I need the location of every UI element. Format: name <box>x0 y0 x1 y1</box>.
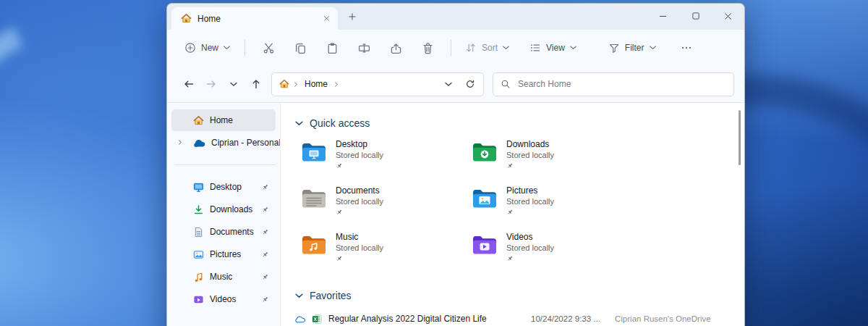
item-name: Pictures <box>506 185 554 196</box>
address-dropdown-button[interactable] <box>440 75 457 93</box>
recent-locations-button[interactable] <box>222 73 244 96</box>
onedrive-cloud-icon <box>193 139 205 147</box>
sidebar-item-label: Ciprian - Personal <box>211 138 281 148</box>
sidebar-divider <box>174 164 276 165</box>
vertical-scrollbar[interactable] <box>739 110 741 165</box>
chevron-right-icon <box>294 81 298 88</box>
sidebar-item-pictures[interactable]: Pictures <box>171 243 276 265</box>
chevron-down-icon[interactable] <box>295 293 303 298</box>
pin-icon <box>506 255 554 262</box>
new-button[interactable]: New <box>177 37 237 59</box>
view-button[interactable]: View <box>523 37 583 59</box>
favorites-header[interactable]: Favorites <box>295 288 744 303</box>
forward-arrow-icon <box>205 78 217 90</box>
filter-button[interactable]: Filter <box>602 37 663 59</box>
address-bar[interactable]: Home <box>271 72 484 96</box>
quick-access-item-pictures[interactable]: Pictures Stored locally <box>466 184 637 230</box>
sidebar-item-desktop[interactable]: Desktop <box>171 176 276 198</box>
item-status: Stored locally <box>336 151 383 159</box>
cloud-status-icon <box>295 315 306 323</box>
favorites-file-row[interactable]: X Regular Analysis 2022 Digital Citizen … <box>295 310 744 326</box>
sidebar-item-label: Videos <box>210 294 236 304</box>
tab-home[interactable]: Home <box>171 7 338 30</box>
pin-icon <box>336 255 383 262</box>
content-pane: Quick access Desktop Stored locally <box>280 103 744 326</box>
sidebar-item-label: Pictures <box>210 249 241 259</box>
chevron-right-icon[interactable] <box>178 139 182 146</box>
maximize-button[interactable] <box>679 4 712 28</box>
downloads-folder-icon <box>472 141 498 163</box>
filter-icon <box>608 42 620 54</box>
sort-icon <box>465 42 477 54</box>
quick-access-header[interactable]: Quick access <box>295 116 744 130</box>
paste-button[interactable] <box>316 35 348 60</box>
file-modified-date: 10/24/2022 9:33 ... <box>531 314 609 323</box>
more-dots-icon <box>681 42 692 54</box>
copy-button[interactable] <box>284 35 316 60</box>
rename-icon <box>358 42 370 54</box>
pin-icon <box>261 251 269 259</box>
new-button-label: New <box>201 43 218 53</box>
item-status: Stored locally <box>506 243 554 252</box>
quick-access-item-desktop[interactable]: Desktop Stored locally <box>295 138 466 184</box>
sidebar-item-home[interactable]: Home <box>171 109 276 131</box>
excel-file-icon: X <box>312 314 323 325</box>
item-status: Stored locally <box>336 197 383 206</box>
sidebar-item-label: Home <box>210 115 233 125</box>
svg-text:X: X <box>314 316 318 321</box>
sidebar-item-downloads[interactable]: Downloads <box>171 198 276 220</box>
item-name: Music <box>336 232 383 242</box>
quick-access-item-documents[interactable]: Documents Stored locally <box>295 184 466 230</box>
more-options-button[interactable] <box>674 35 699 60</box>
sidebar-item-music[interactable]: Music <box>171 266 276 288</box>
quick-access-item-videos[interactable]: Videos Stored locally <box>466 230 637 277</box>
pin-icon <box>336 162 383 170</box>
sort-button[interactable]: Sort <box>459 37 516 59</box>
delete-icon <box>422 42 434 54</box>
sidebar-item-label: Documents <box>210 227 254 237</box>
forward-button[interactable] <box>200 73 222 96</box>
sidebar-item-label: Desktop <box>210 182 242 192</box>
file-name: Regular Analysis 2022 Digital Citizen Li… <box>328 314 525 324</box>
pin-icon <box>336 209 383 216</box>
home-icon <box>181 13 192 24</box>
back-button[interactable] <box>177 73 200 96</box>
search-icon <box>501 79 511 89</box>
quick-access-item-downloads[interactable]: Downloads Stored locally <box>466 138 637 184</box>
quick-access-item-music[interactable]: Music Stored locally <box>295 230 466 277</box>
new-tab-button[interactable] <box>345 9 359 24</box>
chevron-right-icon <box>334 81 339 88</box>
item-status: Stored locally <box>336 243 383 252</box>
cut-button[interactable] <box>252 35 284 60</box>
sidebar-item-documents[interactable]: Documents <box>171 221 276 243</box>
pin-icon <box>261 273 269 281</box>
chevron-down-icon <box>230 82 237 87</box>
rename-button[interactable] <box>348 35 380 60</box>
tab-title: Home <box>197 14 313 24</box>
paste-icon <box>326 42 339 54</box>
up-button[interactable] <box>244 73 267 96</box>
delete-button[interactable] <box>412 35 443 60</box>
item-status: Stored locally <box>506 151 554 159</box>
item-name: Downloads <box>506 139 554 149</box>
share-button[interactable] <box>380 35 412 60</box>
search-box[interactable] <box>493 72 734 96</box>
navigation-pane: Home Ciprian - Personal Desktop <box>167 103 280 326</box>
file-location: Ciprian Rusen's OneDrive <box>615 314 711 323</box>
breadcrumb-home[interactable]: Home <box>302 78 330 91</box>
minimize-button[interactable] <box>647 4 679 28</box>
sidebar-item-videos[interactable]: Videos <box>171 288 276 310</box>
view-icon <box>529 42 541 54</box>
close-button[interactable] <box>712 4 744 28</box>
refresh-button[interactable] <box>461 75 479 93</box>
share-icon <box>390 42 402 54</box>
home-icon <box>193 115 204 126</box>
search-input[interactable] <box>516 78 726 90</box>
sidebar-item-onedrive[interactable]: Ciprian - Personal <box>171 132 276 154</box>
tab-close-icon[interactable] <box>319 12 333 26</box>
chevron-down-icon[interactable] <box>295 121 303 126</box>
desktop-folder-icon <box>301 141 327 163</box>
filter-button-label: Filter <box>625 43 644 53</box>
music-folder-icon <box>301 234 327 256</box>
toolbar-divider <box>451 40 451 56</box>
